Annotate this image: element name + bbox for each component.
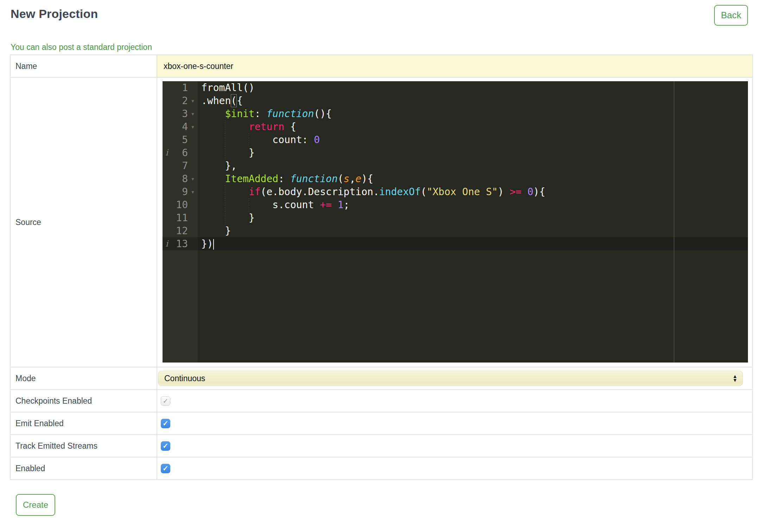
code-line: 10 s.count += 1;	[163, 198, 748, 211]
line-number: 6	[171, 146, 188, 159]
code-text: }	[198, 211, 255, 224]
checkpoints-label: Checkpoints Enabled	[10, 390, 157, 412]
fold-slot	[188, 159, 198, 172]
standard-projection-link[interactable]: You can also post a standard projection	[11, 43, 762, 52]
code-text: fromAll()	[198, 81, 255, 94]
line-number: 2	[171, 94, 188, 107]
code-text: s.count += 1;	[198, 198, 349, 211]
back-button[interactable]: Back	[714, 5, 748, 26]
code-lines: 1fromAll()2▾.when({3▾ $init: function(){…	[163, 81, 748, 250]
annotation-slot	[163, 120, 171, 133]
name-cell	[157, 55, 753, 77]
fold-arrow-icon[interactable]: ▾	[188, 107, 198, 120]
code-line: 9▾ if(e.body.Description.indexOf("Xbox O…	[163, 185, 748, 198]
annotation-slot	[163, 172, 171, 185]
fold-arrow-icon[interactable]: ▾	[188, 172, 198, 185]
line-number: 9	[171, 185, 188, 198]
line-number: 12	[171, 224, 188, 237]
checkpoints-checkbox: ✓	[161, 396, 170, 406]
page-header: New Projection Back	[0, 0, 762, 26]
code-line: 3▾ $init: function(){	[163, 107, 748, 120]
new-projection-page: New Projection Back You can also post a …	[0, 0, 762, 516]
source-cell: 1fromAll()2▾.when({3▾ $init: function(){…	[157, 77, 753, 367]
name-input[interactable]	[157, 56, 746, 76]
gutter-cell: 3▾	[163, 107, 198, 120]
mode-row: Mode Continuous ▲ ▼	[10, 367, 753, 390]
code-line: 5 count: 0	[163, 133, 748, 146]
name-row: Name	[10, 55, 753, 77]
mode-select[interactable]: Continuous ▲ ▼	[158, 371, 743, 386]
line-number: 11	[171, 211, 188, 224]
gutter-cell: 5	[163, 133, 198, 146]
code-text: $init: function(){	[198, 107, 332, 120]
line-number: 5	[171, 133, 188, 146]
code-text: .when({	[198, 94, 243, 107]
gutter-cell: 4▾	[163, 120, 198, 133]
fold-arrow-icon[interactable]: ▾	[188, 120, 198, 133]
name-label: Name	[10, 55, 157, 77]
line-number: 10	[171, 198, 188, 211]
checkmark-icon: ✓	[163, 420, 169, 427]
line-number: 3	[171, 107, 188, 120]
annotation-slot	[163, 133, 171, 146]
mode-cell: Continuous ▲ ▼	[157, 367, 753, 390]
annotation-slot	[163, 198, 171, 211]
fold-slot	[188, 237, 198, 250]
code-text: if(e.body.Description.indexOf("Xbox One …	[198, 185, 545, 198]
code-text: },	[198, 159, 237, 172]
code-line: i6 }	[163, 146, 748, 159]
gutter-cell: i6	[163, 146, 198, 159]
fold-slot	[188, 224, 198, 237]
emit-checkbox[interactable]: ✓	[161, 419, 170, 428]
page-title: New Projection	[11, 7, 98, 21]
gutter-cell: 7	[163, 159, 198, 172]
source-label: Source	[10, 77, 157, 367]
fold-slot	[188, 211, 198, 224]
gutter-cell: 12	[163, 224, 198, 237]
gutter-cell: 9▾	[163, 185, 198, 198]
create-button[interactable]: Create	[16, 494, 55, 516]
annotation-slot	[163, 159, 171, 172]
checkmark-icon: ✓	[163, 465, 169, 472]
annotation-info-icon: i	[163, 146, 171, 159]
track-emitted-streams-checkbox[interactable]: ✓	[161, 441, 170, 451]
select-arrows-icon: ▲ ▼	[732, 374, 737, 382]
code-line: 7 },	[163, 159, 748, 172]
line-number: 4	[171, 120, 188, 133]
editor-empty-area	[163, 250, 748, 363]
fold-arrow-icon[interactable]: ▾	[188, 185, 198, 198]
annotation-info-icon: i	[163, 237, 171, 250]
line-number: 8	[171, 172, 188, 185]
checkpoints-cell: ✓	[157, 390, 753, 412]
line-number: 13	[171, 237, 188, 250]
line-number: 1	[171, 81, 188, 94]
checkpoints-row: Checkpoints Enabled ✓	[10, 390, 753, 412]
checkmark-icon: ✓	[163, 442, 169, 449]
annotation-slot	[163, 211, 171, 224]
code-text: count: 0	[198, 133, 320, 146]
line-number: 7	[171, 159, 188, 172]
code-line: 2▾.when({	[163, 94, 748, 107]
enabled-checkbox[interactable]: ✓	[161, 464, 170, 473]
code-text: })	[198, 237, 214, 250]
code-text: }	[198, 224, 231, 237]
track-row: Track Emitted Streams ✓	[10, 435, 753, 457]
source-code-editor[interactable]: 1fromAll()2▾.when({3▾ $init: function(){…	[163, 81, 748, 363]
emit-cell: ✓	[157, 412, 753, 435]
gutter-cell: 1	[163, 81, 198, 94]
code-line: 8▾ ItemAdded: function(s,e){	[163, 172, 748, 185]
fold-slot	[188, 81, 198, 94]
fold-slot	[188, 146, 198, 159]
code-line: 1fromAll()	[163, 81, 748, 94]
gutter-filler	[163, 250, 198, 363]
text-cursor	[213, 239, 214, 250]
annotation-slot	[163, 224, 171, 237]
code-line: 12 }	[163, 224, 748, 237]
annotation-slot	[163, 81, 171, 94]
projection-form-table: Name Source 1fromAll()2▾.when({3▾ $init:…	[10, 55, 753, 480]
fold-arrow-icon[interactable]: ▾	[188, 94, 198, 107]
gutter-cell: 2▾	[163, 94, 198, 107]
code-line: i13})	[163, 237, 748, 250]
code-line: 11 }	[163, 211, 748, 224]
enabled-label: Enabled	[10, 457, 157, 480]
